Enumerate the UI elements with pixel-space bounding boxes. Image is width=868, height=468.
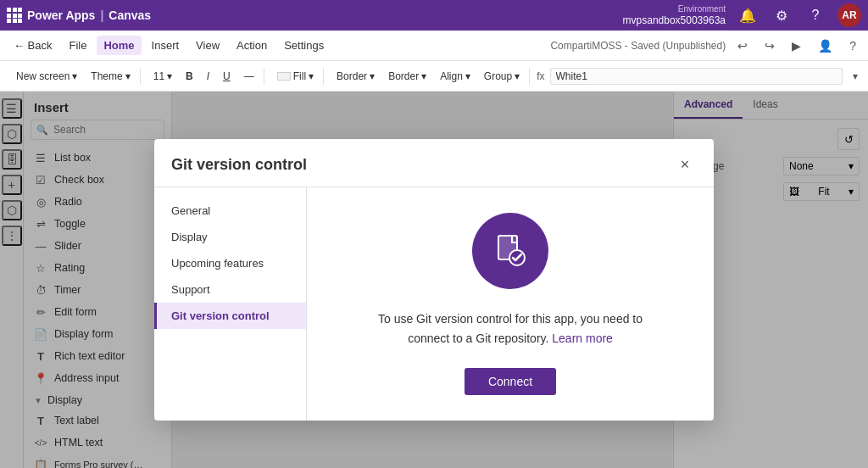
- new-screen-button[interactable]: New screen ▾: [10, 68, 83, 85]
- action-menu[interactable]: Action: [230, 36, 274, 55]
- more-button[interactable]: ▾: [849, 67, 861, 86]
- learn-more-link[interactable]: Learn more: [552, 332, 613, 345]
- settings-description: To use Git version control for this app,…: [375, 309, 646, 348]
- top-bar: Power Apps | Canvas Environment mvpsandb…: [0, 0, 868, 31]
- fx-label: fx: [537, 70, 544, 82]
- help-button[interactable]: ?: [804, 3, 827, 27]
- group-button[interactable]: Group ▾: [478, 68, 526, 85]
- border2-button[interactable]: Border ▾: [382, 68, 432, 85]
- app-separator: |: [100, 8, 103, 22]
- git-icon-circle: [472, 213, 548, 289]
- environment-info: Environment mvpsandbox5003963a: [623, 4, 726, 26]
- env-name: mvpsandbox5003963a: [623, 14, 726, 26]
- toolbar: New screen ▾ Theme ▾ 11 ▾ B I U — Fill ▾…: [0, 61, 868, 92]
- theme-button[interactable]: Theme ▾: [85, 68, 136, 85]
- modal-body: General Display Upcoming features Suppor…: [154, 187, 714, 421]
- preview-button[interactable]: ▶: [787, 36, 806, 56]
- font-group: 11 ▾ B I U —: [144, 68, 264, 85]
- settings-button[interactable]: ⚙: [770, 3, 793, 27]
- file-menu[interactable]: File: [63, 36, 94, 55]
- app-logo: Power Apps | Canvas: [7, 8, 151, 23]
- formula-group: fx: [533, 68, 846, 85]
- formula-input[interactable]: [556, 70, 837, 82]
- insert-menu[interactable]: Insert: [145, 36, 186, 55]
- git-svg-icon: [490, 231, 531, 271]
- italic-button[interactable]: I: [201, 68, 215, 85]
- modal-title: Git version control: [171, 156, 307, 174]
- notifications-button[interactable]: 🔔: [736, 3, 760, 27]
- fill-group: Fill ▾: [268, 68, 324, 85]
- connect-button[interactable]: Connect: [465, 368, 556, 395]
- underline-button[interactable]: U: [217, 68, 236, 85]
- back-button[interactable]: ← Back: [7, 36, 59, 55]
- home-menu[interactable]: Home: [97, 36, 141, 55]
- bold-button[interactable]: B: [180, 68, 199, 85]
- menu-bar: ← Back File Home Insert View Action Sett…: [0, 31, 868, 61]
- nav-display[interactable]: Display: [154, 224, 306, 250]
- app-type: Canvas: [108, 8, 151, 22]
- save-status: CompartiMOSS - Saved (Unpublished): [550, 40, 726, 52]
- nav-upcoming-features[interactable]: Upcoming features: [154, 250, 306, 276]
- dash-button[interactable]: —: [238, 68, 260, 85]
- main-area: ☰ ⬡ 🗄 + ⬡ ⋮ Insert 🔍 ☰ List box ☑ Check …: [0, 92, 868, 468]
- modal-close-button[interactable]: ×: [673, 153, 697, 176]
- align-button[interactable]: Align ▾: [434, 68, 476, 85]
- screen-group: New screen ▾ Theme ▾: [7, 68, 141, 85]
- user-button[interactable]: 👤: [813, 36, 837, 56]
- help2-button[interactable]: ?: [844, 36, 861, 56]
- nav-support[interactable]: Support: [154, 276, 306, 303]
- fill-indicator: [277, 72, 291, 81]
- top-bar-right: Environment mvpsandbox5003963a 🔔 ⚙ ? AR: [623, 3, 861, 27]
- env-label: Environment: [678, 4, 726, 14]
- settings-nav: General Display Upcoming features Suppor…: [154, 187, 307, 421]
- formula-bar: [550, 68, 843, 85]
- menu-bar-right: CompartiMOSS - Saved (Unpublished) ↩ ↪ ▶…: [550, 36, 861, 56]
- grid-icon: [7, 8, 22, 23]
- fill-button[interactable]: Fill ▾: [271, 68, 320, 85]
- view-menu[interactable]: View: [189, 36, 226, 55]
- redo-button[interactable]: ↪: [760, 36, 780, 56]
- nav-general[interactable]: General: [154, 198, 306, 224]
- modal-overlay: Git version control × General Display Up…: [0, 92, 868, 468]
- settings-modal: Git version control × General Display Up…: [154, 139, 714, 421]
- avatar[interactable]: AR: [837, 3, 861, 27]
- undo-button[interactable]: ↩: [732, 36, 753, 56]
- border-group: Border ▾ Border ▾ Align ▾ Group ▾: [327, 68, 530, 85]
- nav-git-version-control[interactable]: Git version control: [154, 303, 306, 329]
- modal-header: Git version control ×: [154, 139, 714, 187]
- app-name: Power Apps: [27, 8, 95, 22]
- font-size-button[interactable]: 11 ▾: [147, 68, 178, 85]
- settings-menu[interactable]: Settings: [277, 36, 331, 55]
- border-button[interactable]: Border ▾: [331, 68, 381, 85]
- git-content: To use Git version control for this app,…: [307, 187, 714, 421]
